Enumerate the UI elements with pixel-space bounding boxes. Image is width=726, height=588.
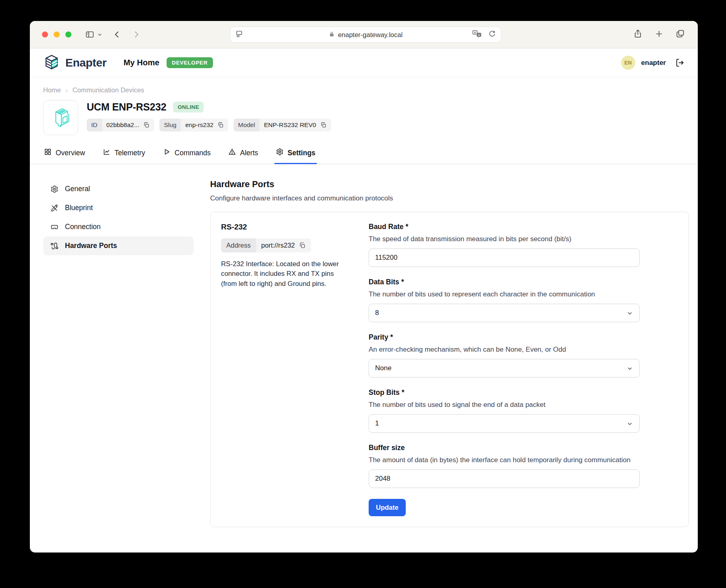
status-badge: ONLINE xyxy=(173,102,203,113)
cable-icon xyxy=(50,242,58,250)
tab-alerts[interactable]: Alerts xyxy=(227,146,259,164)
close-window-button[interactable] xyxy=(42,31,48,38)
field-label: Stop Bits xyxy=(369,388,400,396)
device-slug-chip: Slug enp-rs232 xyxy=(159,119,228,131)
parity-select[interactable]: None xyxy=(369,359,640,377)
breadcrumb: Home › Communication Devices xyxy=(43,86,684,94)
tab-commands[interactable]: Commands xyxy=(162,146,211,164)
lock-icon xyxy=(329,31,335,39)
warning-triangle-icon xyxy=(228,148,236,158)
zoom-window-button[interactable] xyxy=(65,31,71,38)
breadcrumb-section-link[interactable]: Communication Devices xyxy=(73,86,144,94)
forward-button[interactable] xyxy=(132,30,140,39)
share-icon[interactable] xyxy=(633,29,643,40)
tab-overview-icon[interactable] xyxy=(676,29,685,40)
chart-line-icon xyxy=(103,148,111,158)
translate-icon[interactable]: Ax xyxy=(472,29,482,40)
brand[interactable]: Enapter xyxy=(43,54,106,72)
logout-icon[interactable] xyxy=(675,58,684,67)
update-button[interactable]: Update xyxy=(369,499,406,516)
sidebar-toggle-icon[interactable] xyxy=(85,30,94,39)
field-help: The number of bits used to represent eac… xyxy=(369,290,640,298)
tab-label: Alerts xyxy=(240,149,258,157)
address-bar[interactable]: enapter-gateway.local Ax xyxy=(230,27,501,43)
field-help: The number of bits used to signal the en… xyxy=(369,401,640,409)
chip-key: ID xyxy=(87,119,102,131)
chip-key: Address xyxy=(221,238,256,252)
copy-icon[interactable] xyxy=(143,122,150,128)
tab-overview[interactable]: Overview xyxy=(43,146,86,164)
ethernet-port-icon xyxy=(50,223,58,231)
minimize-window-button[interactable] xyxy=(54,31,60,38)
sidebar-item-general[interactable]: General xyxy=(43,179,194,198)
url-text: enapter-gateway.local xyxy=(338,31,403,39)
settings-nav: General Blueprint Connection Hardware Po… xyxy=(43,179,194,527)
buffer-size-field: Buffer size The amount of data (in bytes… xyxy=(369,444,640,488)
field-help: The speed of data transmission measured … xyxy=(369,235,640,243)
required-mark: * xyxy=(402,388,405,396)
copy-icon[interactable] xyxy=(320,122,327,128)
gear-icon xyxy=(276,148,284,158)
buffer-size-input[interactable] xyxy=(369,469,640,488)
sidebar-item-label: Connection xyxy=(65,223,101,231)
gear-icon xyxy=(50,185,58,193)
crossed-pens-icon xyxy=(50,204,58,212)
chevron-down-icon xyxy=(626,420,633,427)
enapter-logo-icon xyxy=(43,54,60,72)
select-value: None xyxy=(375,364,392,372)
baud-rate-input[interactable] xyxy=(369,248,640,267)
reload-icon[interactable] xyxy=(488,30,496,40)
tab-label: Telemetry xyxy=(115,149,145,157)
browser-window: enapter-gateway.local Ax xyxy=(30,21,698,553)
copy-icon[interactable] xyxy=(217,122,224,128)
sidebar-item-label: Blueprint xyxy=(65,204,93,212)
page-title: Hardware Ports xyxy=(210,179,689,190)
user-avatar[interactable]: EN xyxy=(621,56,635,70)
field-label: Data Bits xyxy=(369,278,399,286)
chip-key: Slug xyxy=(159,119,181,131)
device-title: UCM ENP-RS232 xyxy=(87,101,166,113)
breadcrumb-home-link[interactable]: Home xyxy=(43,86,61,94)
chip-value: ENP-RS232 REV0 xyxy=(264,122,316,128)
field-label: Baud Rate xyxy=(369,223,404,231)
device-model-chip: Model ENP-RS232 REV0 xyxy=(234,119,331,131)
tab-settings[interactable]: Settings xyxy=(275,146,316,164)
sidebar-item-connection[interactable]: Connection xyxy=(43,217,194,236)
data-bits-select[interactable]: 8 xyxy=(369,304,640,322)
breadcrumb-chevron-icon: › xyxy=(66,87,68,94)
copy-icon[interactable] xyxy=(299,242,306,249)
svg-text:A: A xyxy=(474,31,476,34)
back-button[interactable] xyxy=(113,30,121,39)
sidebar-item-label: Hardware Ports xyxy=(65,242,117,250)
new-tab-icon[interactable] xyxy=(655,29,663,40)
tab-label: Commands xyxy=(175,149,211,157)
select-value: 8 xyxy=(375,309,379,317)
device-thumbnail xyxy=(43,100,78,135)
tab-label: Overview xyxy=(56,149,85,157)
stop-bits-select[interactable]: 1 xyxy=(369,414,640,433)
chip-value: port://rs232 xyxy=(261,242,295,249)
tab-label: Settings xyxy=(288,149,315,157)
browser-toolbar: enapter-gateway.local Ax xyxy=(30,21,698,48)
sidebar-item-blueprint[interactable]: Blueprint xyxy=(43,198,194,217)
field-label: Buffer size xyxy=(369,444,405,452)
traffic-lights xyxy=(42,31,71,38)
user-name: enapter xyxy=(641,59,666,67)
device-id-chip: ID 02bbb8a2... xyxy=(87,119,154,131)
chip-key: Model xyxy=(234,119,259,131)
device-tabs: Overview Telemetry Commands Alerts Setti… xyxy=(30,146,698,164)
grid-icon xyxy=(44,148,52,158)
chevron-down-icon xyxy=(626,365,633,372)
required-mark: * xyxy=(390,333,393,341)
tab-telemetry[interactable]: Telemetry xyxy=(102,146,146,164)
field-help: An error-checking mechanism, which can b… xyxy=(369,346,640,354)
field-help: The amount of data (in bytes) the interf… xyxy=(369,456,640,464)
page-settings-icon[interactable] xyxy=(235,30,243,40)
sidebar-item-hardware-ports[interactable]: Hardware Ports xyxy=(43,236,194,255)
field-label: Parity xyxy=(369,333,388,341)
required-mark: * xyxy=(405,223,408,231)
developer-badge: DEVELOPER xyxy=(167,57,213,68)
sidebar-item-label: General xyxy=(65,185,90,193)
chip-value: 02bbb8a2... xyxy=(106,122,140,128)
sidebar-chevron-down-icon[interactable] xyxy=(97,32,102,37)
